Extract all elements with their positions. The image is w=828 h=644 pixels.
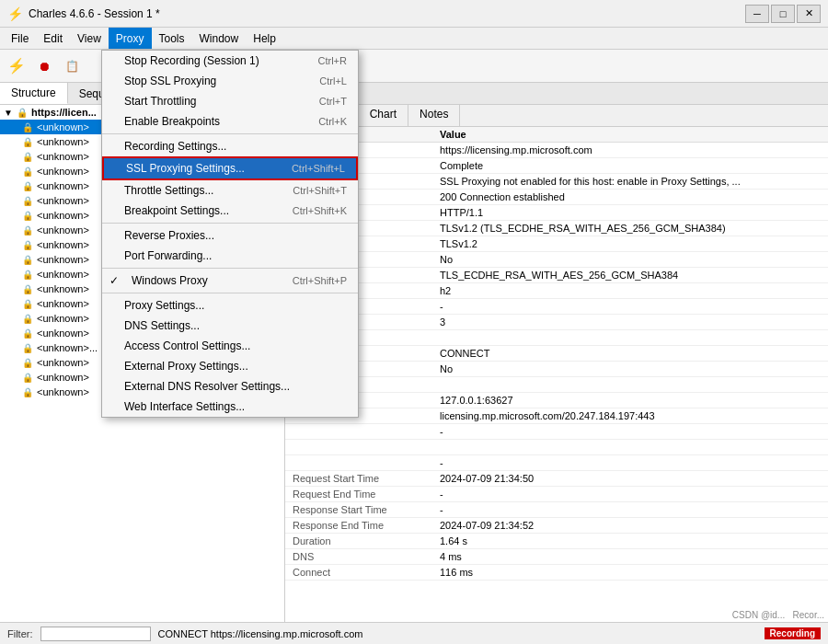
- table-header-value: Value: [432, 127, 828, 143]
- lock-icon: 🔒: [22, 373, 33, 383]
- menu-item-stop-ssl[interactable]: Stop SSL Proxying Ctrl+L: [102, 71, 358, 91]
- menu-item-web-interface[interactable]: Web Interface Settings...: [102, 397, 358, 417]
- row-value: 3: [432, 315, 828, 330]
- menu-item-shortcut: Ctrl+L: [319, 75, 347, 86]
- menu-item-stop-recording[interactable]: Stop Recording (Session 1) Ctrl+R: [102, 51, 358, 71]
- lock-icon: 🔒: [22, 270, 33, 280]
- table-row: 3: [285, 315, 828, 330]
- menu-item-label: SSL Proxying Settings...: [126, 162, 245, 175]
- row-value: CONNECT: [432, 346, 828, 362]
- row-value: -: [432, 455, 828, 471]
- menu-item-shortcut: Ctrl+Shift+P: [293, 275, 347, 286]
- lock-icon: 🔒: [22, 343, 33, 353]
- tab-chart[interactable]: Chart: [359, 105, 408, 126]
- tree-item-label: <unknown>: [37, 180, 89, 191]
- menu-item-breakpoint-settings[interactable]: Breakpoint Settings... Ctrl+Shift+K: [102, 201, 358, 221]
- menu-window[interactable]: Window: [192, 28, 247, 49]
- menu-item-shortcut: Ctrl+K: [318, 116, 347, 127]
- tree-item-label: <unknown>: [37, 269, 89, 280]
- row-value: -: [432, 502, 828, 518]
- menu-view[interactable]: View: [70, 28, 109, 49]
- menu-item-access-control[interactable]: Access Control Settings...: [102, 336, 358, 356]
- maximize-button[interactable]: □: [771, 5, 795, 23]
- tree-item-label: <unknown>...: [37, 342, 98, 353]
- lock-icon: 🔒: [22, 152, 33, 162]
- menu-item-windows-proxy[interactable]: ✓ Windows Proxy Ctrl+Shift+P: [102, 270, 358, 291]
- menu-item-label: Recording Settings...: [124, 140, 226, 153]
- row-value: [432, 440, 828, 455]
- menu-item-label: Enable Breakpoints: [124, 115, 220, 128]
- table-row: No: [285, 252, 828, 268]
- lock-icon: 🔒: [22, 358, 33, 368]
- filter-input[interactable]: [40, 627, 151, 641]
- menu-item-recording-settings[interactable]: Recording Settings...: [102, 136, 358, 156]
- menu-item-proxy-settings[interactable]: Proxy Settings...: [102, 295, 358, 316]
- separator: [102, 293, 358, 293]
- lock-icon: 🔒: [22, 196, 33, 206]
- menu-item-ssl-proxying-settings[interactable]: SSL Proxying Settings... Ctrl+Shift+L: [102, 156, 358, 180]
- table-row: Complete: [285, 158, 828, 174]
- table-row: DNS 4 ms: [285, 549, 828, 565]
- lock-icon: 🔒: [22, 181, 33, 191]
- toolbar-record-button[interactable]: ⚡: [4, 53, 29, 79]
- tree-item-label: <unknown>: [37, 386, 89, 397]
- menu-edit[interactable]: Edit: [36, 28, 70, 49]
- menu-file[interactable]: File: [4, 28, 36, 49]
- lock-icon: 🔒: [22, 211, 33, 221]
- right-panel: Summary Chart Notes Value https://licens…: [285, 105, 828, 622]
- row-value: -: [432, 487, 828, 502]
- menu-item-dns-settings[interactable]: DNS Settings...: [102, 316, 358, 336]
- row-label: DNS: [285, 549, 432, 565]
- menu-item-label: Port Forwarding...: [124, 249, 212, 262]
- title-bar-left: ⚡ Charles 4.6.6 - Session 1 *: [7, 6, 160, 21]
- menu-item-label: Start Throttling: [124, 95, 196, 108]
- tree-item-label: <unknown>: [37, 283, 89, 294]
- separator: [102, 223, 358, 224]
- menu-item-reverse-proxies[interactable]: Reverse Proxies...: [102, 225, 358, 246]
- row-value: 116 ms: [432, 565, 828, 581]
- tree-item-label: <unknown>: [37, 328, 89, 339]
- row-label: Connect: [285, 565, 432, 581]
- row-value: 2024-07-09 21:34:52: [432, 518, 828, 534]
- menu-item-shortcut: Ctrl+Shift+L: [292, 163, 345, 174]
- menu-item-throttle-settings[interactable]: Throttle Settings... Ctrl+Shift+T: [102, 180, 358, 201]
- minimize-button[interactable]: ─: [745, 5, 769, 23]
- row-label: [285, 424, 432, 440]
- checkmark-icon: ✓: [109, 274, 124, 287]
- table-row: SSL Proxying not enabled for this host: …: [285, 174, 828, 190]
- table-row: -: [285, 455, 828, 471]
- menu-item-port-forwarding[interactable]: Port Forwarding...: [102, 246, 358, 266]
- menu-item-external-proxy[interactable]: External Proxy Settings...: [102, 356, 358, 376]
- menu-item-label: Breakpoint Settings...: [124, 204, 229, 217]
- table-row: [285, 377, 828, 393]
- row-value: 4 ms: [432, 549, 828, 565]
- lock-icon: 🔒: [22, 284, 33, 294]
- tree-item-label: <unknown>: [37, 151, 89, 162]
- menu-item-enable-breakpoints[interactable]: Enable Breakpoints Ctrl+K: [102, 111, 358, 132]
- row-value: TLSv1.2: [432, 236, 828, 252]
- row-value: TLSv1.2 (TLS_ECDHE_RSA_WITH_AES_256_GCM_…: [432, 221, 828, 236]
- menu-item-label: Stop SSL Proxying: [124, 75, 216, 87]
- menu-tools[interactable]: Tools: [152, 28, 192, 49]
- table-row: Request Start Time 2024-07-09 21:34:50: [285, 471, 828, 487]
- status-text: CONNECT https://licensing.mp.microsoft.c…: [158, 628, 757, 639]
- row-value: No: [432, 362, 828, 377]
- tree-item-label: <unknown>: [37, 239, 89, 250]
- lock-icon: 🔒: [22, 387, 33, 397]
- toolbar-clear-button[interactable]: 📋: [59, 53, 85, 79]
- tree-item-label: <unknown>: [37, 121, 89, 132]
- toolbar-stop-button[interactable]: ⏺: [31, 53, 57, 79]
- menu-item-external-dns[interactable]: External DNS Resolver Settings...: [102, 376, 358, 397]
- menu-proxy[interactable]: Proxy: [109, 28, 152, 49]
- tab-notes[interactable]: Notes: [408, 105, 460, 126]
- menu-item-start-throttling[interactable]: Start Throttling Ctrl+T: [102, 91, 358, 111]
- row-label: Response Start Time: [285, 502, 432, 518]
- close-button[interactable]: ✕: [797, 5, 821, 23]
- row-value: TLS_ECDHE_RSA_WITH_AES_256_GCM_SHA384: [432, 268, 828, 283]
- row-value: 1.64 s: [432, 534, 828, 549]
- expand-icon: ▼: [4, 108, 13, 118]
- lock-icon: 🔒: [22, 328, 33, 339]
- tab-structure[interactable]: Structure: [0, 83, 68, 104]
- table-row: 200 Connection established: [285, 190, 828, 205]
- menu-help[interactable]: Help: [246, 28, 283, 49]
